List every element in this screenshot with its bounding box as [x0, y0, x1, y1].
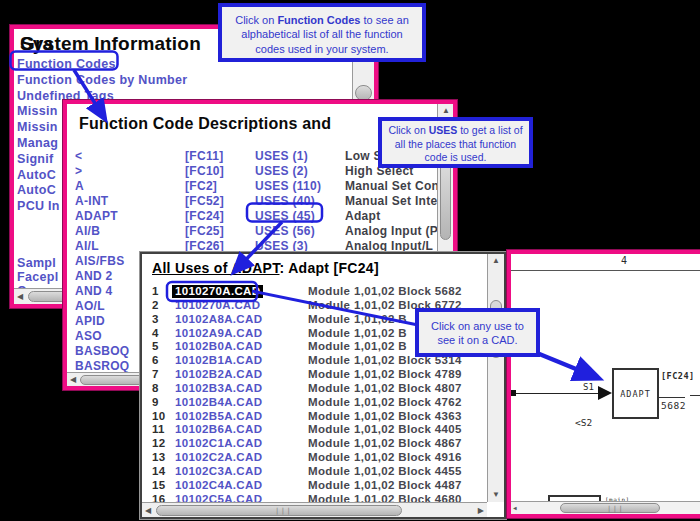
uses-title-rest: : Adapt [FC24] — [280, 260, 379, 276]
use-row-number: 9 — [152, 396, 159, 409]
function-code-uses-link[interactable]: USES (45) — [255, 210, 315, 223]
cad-file-link[interactable]: 10102B3A.CAD — [175, 382, 262, 395]
scrollbar-thumb[interactable]: ||| — [560, 503, 660, 513]
use-row: 13 10102C2A.CAD Module 1,01,02 Block 491… — [142, 451, 487, 465]
use-row-number: 14 — [152, 465, 166, 478]
tutorial-screen: System Information Function CodesFunctio… — [0, 0, 700, 521]
function-code-uses-link[interactable]: USES (40) — [255, 195, 315, 208]
use-row-number: 8 — [152, 382, 159, 395]
horizontal-scrollbar[interactable]: ◀ ▶ ||| — [142, 502, 487, 517]
cad-file-link[interactable]: 1010270A.CAD — [175, 299, 260, 312]
callout-uses: Click on USES to get a list of all the p… — [378, 117, 533, 168]
module-block-label: Module 1,01,02 Block 4762 — [308, 396, 462, 409]
function-code-name[interactable]: ASO — [75, 330, 102, 343]
function-code-name[interactable]: A — [75, 180, 84, 193]
use-row: 8 10102B3A.CAD Module 1,01,02 Block 4807 — [142, 382, 487, 396]
cad-canvas: 4 ADAPT [FC24] 5682 S1 <S2 [main] ◀ ||| — [511, 254, 700, 514]
horizontal-scrollbar[interactable]: ◀ ||| — [511, 501, 700, 514]
function-code-number: [FC25] — [185, 225, 224, 238]
callout-text: Click on any use to see it on a CAD. — [431, 320, 524, 346]
callout-text: Click on — [388, 124, 428, 136]
scroll-up-icon[interactable]: ▲ — [492, 257, 500, 265]
use-row-number: 11 — [152, 423, 165, 436]
function-code-description: Manual Set Inte — [345, 195, 438, 208]
graphics-link[interactable]: Sampl — [17, 256, 58, 270]
cad-grid-line — [511, 270, 700, 271]
cad-file-link[interactable]: 1010270A.CAD — [172, 285, 263, 298]
cad-file-link[interactable]: 10102B2A.CAD — [175, 368, 262, 381]
system-info-link[interactable]: Function Codes by Number — [17, 73, 357, 89]
function-code-description: Adapt — [345, 210, 438, 223]
s2-input-label: <S2 — [575, 417, 592, 428]
scrollbar-thumb[interactable]: ||| — [156, 505, 402, 516]
scrollbar-thumb[interactable] — [355, 85, 372, 101]
function-code-name[interactable]: ADAPT — [75, 210, 118, 223]
cad-file-link[interactable]: 10102C2A.CAD — [175, 451, 262, 464]
cad-file-link[interactable]: 10102B6A.CAD — [175, 423, 262, 436]
scroll-left-icon[interactable]: ◀ — [70, 376, 76, 384]
function-code-row: AI/B [FC25] USES (56) Analog Input (P — [67, 225, 438, 240]
scroll-left-icon[interactable]: ◀ — [17, 293, 23, 301]
scroll-down-icon[interactable]: ▼ — [492, 491, 500, 499]
cad-file-link[interactable]: 10102C4A.CAD — [175, 479, 262, 492]
thumb-grip: ||| — [275, 508, 292, 515]
scroll-left-icon[interactable]: ◀ — [145, 507, 151, 515]
module-block-label: Module 1,01,02 B — [308, 327, 407, 340]
function-code-name[interactable]: AI/B — [75, 225, 100, 238]
fc24-label: [FC24] — [661, 371, 695, 381]
use-row-number: 10 — [152, 410, 166, 423]
use-row: 1 1010270A.CAD Module 1,01,02 Block 5682 — [142, 285, 487, 299]
wire-terminal-square — [511, 390, 516, 396]
input-arrowhead-icon — [598, 386, 612, 400]
function-code-name[interactable]: AND 2 — [75, 270, 113, 283]
function-code-description: Manual Set Con — [345, 180, 438, 193]
cad-file-link[interactable]: 10102C1A.CAD — [175, 437, 262, 450]
function-code-uses-link[interactable]: USES (110) — [255, 180, 321, 193]
cad-file-link[interactable]: 10102C3A.CAD — [175, 465, 262, 478]
output-wire — [659, 397, 685, 398]
function-code-uses-link[interactable]: USES (2) — [255, 165, 308, 178]
use-row-number: 7 — [152, 368, 159, 381]
graphics-link[interactable]: Facepl — [17, 270, 58, 284]
cad-file-link[interactable]: 10102A9A.CAD — [175, 327, 262, 340]
vertical-scrollbar[interactable]: ▲ ▼ — [487, 254, 504, 502]
module-block-label: Module 1,01,02 B — [308, 313, 407, 326]
window-title: All Uses of ADAPT: Adapt [FC24] — [152, 260, 379, 276]
function-code-name[interactable]: AIS/FBS — [75, 255, 124, 268]
cad-file-link[interactable]: 10102B1A.CAD — [175, 354, 262, 367]
uses-list-content: All Uses of ADAPT: Adapt [FC24] 1 101027… — [142, 254, 504, 517]
function-code-name[interactable]: A-INT — [75, 195, 109, 208]
function-code-name[interactable]: < — [75, 150, 82, 163]
cad-file-link[interactable]: 10102A8A.CAD — [175, 313, 262, 326]
function-code-name[interactable]: AND 4 — [75, 285, 113, 298]
function-code-number: [FC24] — [185, 210, 224, 223]
module-block-label: Module 1,01,02 Block 4487 — [308, 479, 462, 492]
function-code-name[interactable]: BASBOQ — [75, 345, 129, 358]
uses-title-link: All Uses of ADAPT — [152, 260, 280, 276]
s1-input-label: S1 — [583, 382, 594, 392]
use-row-number: 4 — [152, 327, 159, 340]
scroll-left-icon[interactable]: ◀ — [513, 505, 517, 511]
scroll-right-icon[interactable]: ▶ — [478, 507, 484, 515]
scrollbar-thumb[interactable] — [440, 162, 451, 240]
scroll-up-icon[interactable]: ▲ — [442, 107, 450, 115]
module-block-label: Module 1,01,02 B — [308, 340, 407, 353]
module-block-label: Module 1,01,02 Block 4867 — [308, 437, 462, 450]
cad-file-link[interactable]: 10102B0A.CAD — [175, 340, 262, 353]
graphics-section-heading: Gra — [20, 33, 53, 55]
function-code-row: A-INT [FC52] USES (40) Manual Set Inte — [67, 195, 438, 210]
use-row: 7 10102B2A.CAD Module 1,01,02 Block 4789 — [142, 368, 487, 382]
function-code-name[interactable]: > — [75, 165, 82, 178]
cad-file-link[interactable]: 10102B4A.CAD — [175, 396, 262, 409]
use-row: 14 10102C3A.CAD Module 1,01,02 Block 445… — [142, 465, 487, 479]
cad-file-link[interactable]: 10102B5A.CAD — [175, 410, 262, 423]
callout-keyword: USES — [429, 124, 458, 136]
adapt-function-block[interactable]: ADAPT — [612, 368, 659, 419]
function-code-uses-link[interactable]: USES (56) — [255, 225, 315, 238]
function-code-uses-link[interactable]: USES (1) — [255, 150, 308, 163]
input-wire — [511, 393, 599, 394]
window-cad-view: 4 ADAPT [FC24] 5682 S1 <S2 [main] ◀ ||| — [507, 250, 700, 518]
function-code-name[interactable]: AO/L — [75, 300, 105, 313]
function-code-name[interactable]: AI/L — [75, 240, 99, 253]
function-code-name[interactable]: APID — [75, 315, 105, 328]
